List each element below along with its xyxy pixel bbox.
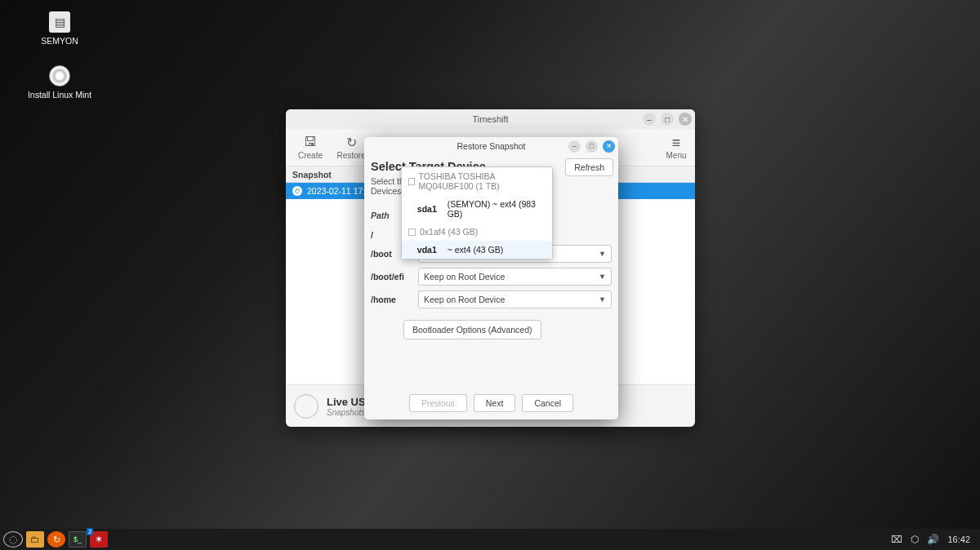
desktop-icon-install[interactable]: Install Linux Mint xyxy=(20,65,99,100)
disk-icon xyxy=(408,178,415,185)
cancel-button[interactable]: Cancel xyxy=(522,394,573,412)
chevron-down-icon: ▼ xyxy=(599,273,606,281)
disk-icon xyxy=(408,228,416,236)
maximize-button[interactable]: □ xyxy=(661,113,674,126)
minimize-button[interactable]: – xyxy=(643,113,656,126)
tray-volume-icon[interactable]: 🔊 xyxy=(927,534,939,545)
start-menu-button[interactable]: ◌ xyxy=(3,531,23,548)
toolbar-menu[interactable]: ≡ Menu xyxy=(662,135,690,160)
chevron-down-icon: ▼ xyxy=(599,295,606,304)
dialog-titlebar[interactable]: Restore Snapshot – □ ✕ xyxy=(364,137,618,155)
badge: 2 xyxy=(87,528,93,535)
taskbar: ◌ 🗀 ↻ $_ 2✶ ⌧ ⬡ 🔊 16:42 xyxy=(0,529,980,550)
desktop-icon-semyon[interactable]: ▤ SEMYON xyxy=(20,11,99,46)
disc-icon xyxy=(294,394,318,419)
refresh-button[interactable]: Refresh xyxy=(565,158,613,176)
bootloader-options-button[interactable]: Bootloader Options (Advanced) xyxy=(403,320,541,339)
desktop-icon-label: SEMYON xyxy=(20,36,99,46)
toolbar-create[interactable]: 🖫 Create xyxy=(291,135,330,160)
timeshift-taskbar-button[interactable]: ↻ xyxy=(47,531,65,548)
maximize-button[interactable]: □ xyxy=(586,140,598,153)
path-column-header: Path xyxy=(371,211,403,220)
dropdown-disk-header: TOSHIBA TOSHIBA MQ04UBF100 (1 TB) xyxy=(402,167,552,195)
minimize-button[interactable]: – xyxy=(568,140,581,153)
hamburger-icon: ≡ xyxy=(662,135,690,151)
save-icon: 🖫 xyxy=(291,135,330,151)
previous-button: Previous xyxy=(409,394,467,412)
next-button[interactable]: Next xyxy=(474,394,516,412)
dropdown-option[interactable]: vda1 ~ ext4 (43 GB) xyxy=(402,241,552,259)
dropdown-disk-header: 0x1af4 (43 GB) xyxy=(402,223,552,241)
disc-icon xyxy=(49,65,70,86)
device-select-home[interactable]: Keep on Root Device ▼ xyxy=(418,291,612,308)
dropdown-option[interactable]: sda1 (SEMYON) ~ ext4 (983 GB) xyxy=(402,195,552,223)
tray-keyboard-icon[interactable]: ⌧ xyxy=(891,534,902,545)
close-button[interactable]: ✕ xyxy=(603,140,615,153)
desktop-icon-label: Install Linux Mint xyxy=(20,90,99,100)
window-title: Timeshift xyxy=(472,114,508,124)
path-bootefi: /boot/efi xyxy=(371,272,413,282)
device-select-bootefi[interactable]: Keep on Root Device ▼ xyxy=(418,268,612,286)
timeshift-titlebar[interactable]: Timeshift – □ ✕ xyxy=(286,109,695,129)
close-button[interactable]: ✕ xyxy=(679,113,692,126)
app-taskbar-button[interactable]: 2✶ xyxy=(90,531,108,548)
device-dropdown[interactable]: TOSHIBA TOSHIBA MQ04UBF100 (1 TB) sda1 (… xyxy=(401,166,553,259)
path-home: /home xyxy=(371,295,413,304)
terminal-taskbar-button[interactable]: $_ xyxy=(69,531,87,548)
ondemand-icon: ⏱ xyxy=(292,186,302,196)
chevron-down-icon: ▼ xyxy=(599,250,606,258)
dialog-title: Restore Snapshot xyxy=(457,141,525,151)
drive-icon: ▤ xyxy=(49,11,70,33)
tray-network-icon[interactable]: ⬡ xyxy=(911,534,919,545)
file-manager-button[interactable]: 🗀 xyxy=(26,531,44,548)
taskbar-clock[interactable]: 16:42 xyxy=(947,534,970,544)
